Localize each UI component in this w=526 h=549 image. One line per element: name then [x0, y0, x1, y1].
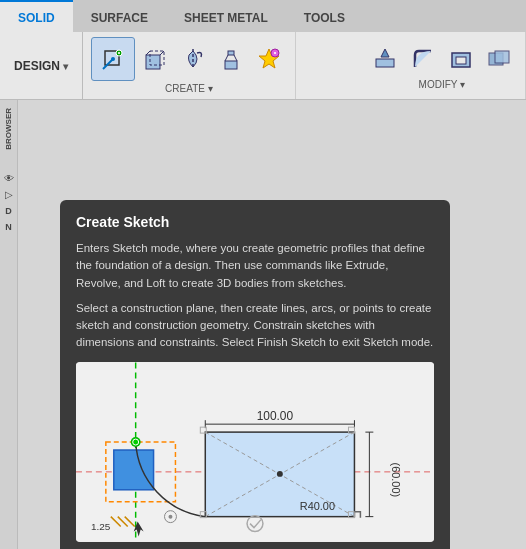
modify-chevron-icon: [460, 79, 465, 90]
create-buttons: [91, 37, 287, 81]
svg-text:R40.00: R40.00: [300, 499, 335, 511]
sketch-preview-svg: 100.00 (60.00) R40.00 1.25: [76, 362, 434, 542]
browser-panel: BROWSER 👁 ▷ D N: [0, 100, 18, 549]
panel-toggle-icon[interactable]: ▷: [2, 188, 16, 202]
svg-line-13: [225, 55, 228, 61]
svg-point-41: [277, 470, 283, 476]
tab-sheet-metal[interactable]: SHEET METAL: [166, 0, 286, 32]
tooltip-popup: Create Sketch Enters Sketch mode, where …: [60, 200, 450, 549]
svg-rect-29: [114, 450, 154, 490]
svg-line-9: [160, 51, 164, 55]
loft-icon: [217, 45, 245, 73]
design-button[interactable]: DESIGN: [8, 55, 74, 77]
sketch-icon: [99, 45, 127, 73]
create-sketch-button[interactable]: [91, 37, 135, 81]
svg-line-14: [234, 55, 237, 61]
toolbar-spacer: [296, 32, 359, 99]
tooltip-body-1: Enters Sketch mode, where you create geo…: [76, 240, 434, 292]
svg-rect-22: [456, 57, 466, 64]
combine-icon: [485, 45, 513, 73]
modify-buttons: [367, 41, 517, 77]
panel-item-n[interactable]: N: [2, 220, 16, 234]
toolbar: DESIGN: [0, 32, 526, 100]
modify-btn-3[interactable]: [443, 41, 479, 77]
svg-text:1.25: 1.25: [91, 520, 111, 531]
shell-icon: [447, 45, 475, 73]
modify-btn-2[interactable]: [405, 41, 441, 77]
svg-text:100.00: 100.00: [257, 409, 294, 423]
tab-solid[interactable]: SOLID: [0, 0, 73, 32]
svg-rect-24: [495, 51, 509, 63]
special-icon: [255, 45, 283, 73]
fillet-icon: [409, 45, 437, 73]
design-section: DESIGN: [0, 32, 83, 99]
svg-rect-12: [228, 51, 234, 55]
modify-btn-4[interactable]: [481, 41, 517, 77]
svg-point-47: [168, 514, 172, 518]
tab-surface[interactable]: SURFACE: [73, 0, 166, 32]
modify-section: MODIFY: [359, 32, 526, 99]
special-button[interactable]: [251, 41, 287, 77]
revolve-button[interactable]: [175, 41, 211, 77]
tooltip-preview: 100.00 (60.00) R40.00 1.25: [76, 362, 434, 542]
press-pull-icon: [371, 45, 399, 73]
modify-btn-1[interactable]: [367, 41, 403, 77]
loft-button[interactable]: [213, 41, 249, 77]
revolve-icon: [179, 45, 207, 73]
svg-line-8: [146, 51, 150, 55]
panel-item-d[interactable]: D: [2, 204, 16, 218]
modify-label[interactable]: MODIFY: [419, 79, 466, 90]
tab-bar: SOLID SURFACE SHEET METAL TOOLS: [0, 0, 526, 32]
tab-tools[interactable]: TOOLS: [286, 0, 363, 32]
browser-label[interactable]: BROWSER: [4, 108, 13, 150]
svg-rect-19: [376, 59, 394, 67]
svg-text:(60.00): (60.00): [390, 462, 402, 497]
tooltip-body-2: Select a construction plane, then create…: [76, 300, 434, 352]
create-label[interactable]: CREATE: [165, 83, 213, 94]
main-area: BROWSER 👁 ▷ D N Create Sketch Enters Ske…: [0, 100, 526, 549]
extrude-button[interactable]: [137, 41, 173, 77]
svg-rect-11: [225, 61, 237, 69]
svg-point-2: [111, 57, 115, 61]
eye-icon[interactable]: 👁: [2, 172, 16, 186]
extrude-icon: [141, 45, 169, 73]
create-section: CREATE: [83, 32, 296, 99]
svg-marker-20: [381, 49, 389, 57]
tooltip-title: Create Sketch: [76, 214, 434, 230]
svg-rect-6: [146, 55, 160, 69]
design-chevron-icon: [63, 59, 68, 73]
svg-point-45: [133, 439, 139, 445]
create-chevron-icon: [208, 83, 213, 94]
